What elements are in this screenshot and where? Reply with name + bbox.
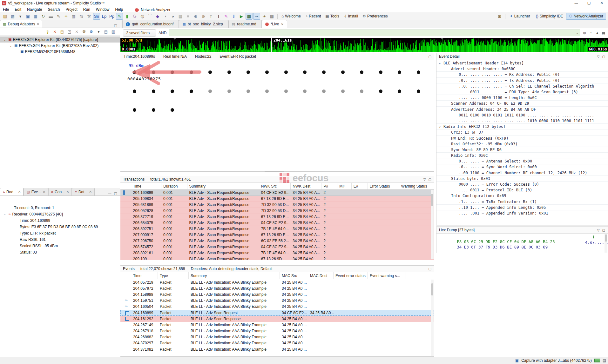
transaction-row[interactable]: 209.109 0.001 BLE Adv - Scan Request/Res… — [120, 256, 434, 260]
event-row[interactable]: 204.161292 Packet BLE LL - Adv Scan Resp… — [120, 316, 434, 322]
install-button[interactable]: ⇓Install — [341, 13, 360, 20]
detail-line[interactable]: .... .001 = Appended Info Version: 0x01 — [436, 210, 608, 216]
pd-mode-icon[interactable]: Pp — [108, 13, 115, 20]
download-icon[interactable]: ⇓ — [230, 13, 237, 20]
perspective-launcher[interactable]: ✈Launcher — [507, 13, 533, 20]
transaction-row[interactable]: 206.052628 0.001 BLE Adv - Scan Request/… — [120, 208, 434, 214]
remove-variable-icon[interactable]: ⊖ — [200, 13, 207, 20]
console-icon[interactable]: ▬ — [47, 13, 54, 20]
event-row[interactable]: 204.160899 Packet BLE LL - Adv Scan Requ… — [120, 310, 434, 316]
indent-icon[interactable]: ≡ — [185, 13, 192, 20]
save-icon[interactable]: ▣ — [24, 13, 31, 20]
screenshot-icon[interactable]: ▩ — [246, 13, 253, 20]
timeline-cursor[interactable] — [271, 38, 272, 52]
adapter-tree-row[interactable]: ▣ EFR32MG24B210F1536IM48 — [0, 49, 120, 55]
adapter-connect-icon[interactable]: § — [44, 29, 51, 35]
filter-menu-icon[interactable]: ▽ — [597, 228, 600, 232]
sn-mode-icon[interactable]: Sn — [93, 13, 100, 20]
chevron-down-icon[interactable]: ⌄ — [3, 38, 7, 41]
detail-line[interactable]: Crc3: E3 6F 37 — [436, 129, 608, 135]
vertical-scrollbar[interactable] — [431, 190, 434, 259]
column-header[interactable]: Duration — [161, 183, 187, 189]
menu-item[interactable]: Help — [112, 6, 126, 12]
event-row[interactable]: 204.267918 Packet BLE LL - Adv Indicatio… — [120, 328, 434, 334]
chevron-down-icon[interactable]: ⌄ — [3, 213, 7, 216]
detail-line[interactable]: ..00 1100 = Channel Number: RF channel 1… — [436, 170, 608, 176]
vertical-scrollbar[interactable] — [605, 234, 607, 253]
reset-zoom-icon[interactable]: ◕ — [594, 30, 600, 36]
network-node[interactable] — [322, 70, 326, 74]
horizontal-splitter[interactable] — [120, 171, 434, 172]
network-node[interactable] — [265, 89, 269, 93]
debug-icon[interactable]: ⚒ — [85, 13, 92, 20]
tab-radio[interactable]: ≈ Rad... ✕ — [0, 188, 24, 195]
network-node[interactable] — [284, 70, 288, 74]
text-small-icon[interactable]: т — [207, 13, 214, 20]
chevron-down-icon[interactable]: ⌄ — [576, 31, 580, 35]
network-analyzer-menu[interactable]: Network Analyzer — [141, 8, 170, 12]
detail-line[interactable]: Radio info: 0x0C — [436, 153, 608, 158]
import-project-icon[interactable]: ▩ — [9, 13, 16, 20]
event-row[interactable]: 204.268682 Packet BLE LL - Adv Indicatio… — [120, 334, 434, 340]
timeline-marker-icon[interactable] — [441, 38, 444, 40]
document-icon[interactable]: ▤ — [177, 13, 184, 20]
close-button[interactable]: ✕ — [595, 0, 608, 6]
network-node[interactable] — [341, 70, 345, 74]
transaction-row[interactable]: 206.372719 0.001 BLE Adv - Scan Request/… — [120, 214, 434, 220]
transaction-row[interactable]: 207.206750 0.001 BLE Adv - Scan Request/… — [120, 238, 434, 244]
minimize-panel-icon[interactable]: — — [108, 191, 111, 195]
adapter-tree-row[interactable]: ⌄ ▦ EFR32xG24 Explorer Kit (BRD2703A Rev… — [0, 43, 120, 49]
adapter-viewlist2-icon[interactable]: ▥ — [110, 29, 116, 35]
detail-line[interactable]: HW End: Rx Success (0xF9) — [436, 135, 608, 141]
close-icon[interactable]: ✕ — [281, 23, 283, 26]
event-row[interactable]: 204.159751 Packet BLE LL - Adv Indicatio… — [120, 298, 434, 304]
menu-item[interactable]: Project — [63, 6, 80, 12]
detail-line[interactable]: .1.. .... = TxRx Indicator: Rx (1) — [436, 199, 608, 205]
column-header[interactable]: Error Status — [368, 183, 399, 189]
receiver-row[interactable]: ⌄ ≈ Receiver: 000440276275 [4C] — [0, 211, 120, 217]
run-icon[interactable]: ▶ — [238, 13, 245, 20]
maximize-view-icon[interactable]: ▢ — [602, 228, 605, 232]
minimize-panel-icon[interactable]: — — [108, 23, 111, 28]
transaction-row[interactable]: 207.000917 0.001 BLE Adv - Scan Request/… — [120, 232, 434, 238]
event-row[interactable]: 204.160504 Packet BLE LL - Adv Indicatio… — [120, 304, 434, 310]
menu-item[interactable]: Edit — [12, 6, 24, 12]
network-node[interactable] — [341, 89, 345, 93]
transaction-row[interactable]: 208.892161 0.001 BLE Adv - Scan Request/… — [120, 250, 434, 256]
filter-query-input[interactable]: ⌄ — [169, 30, 580, 36]
menu-item[interactable]: Window — [93, 6, 112, 12]
tab-events[interactable]: ▤ Eve... ✕ — [24, 188, 48, 195]
detail-line[interactable]: 0000 .... = Error Code: Success (0) — [436, 182, 608, 187]
adapter-settings-icon[interactable]: ⚙ — [88, 29, 94, 35]
column-header[interactable]: Time — [131, 272, 158, 279]
pin-icon[interactable]: ✎ — [55, 13, 62, 20]
recent-button[interactable]: ◔Recent — [303, 13, 323, 20]
column-header[interactable]: P# — [321, 183, 337, 189]
refresh-icon[interactable]: ↻ — [40, 13, 47, 20]
network-node[interactable] — [379, 89, 382, 93]
adapter-tree-row[interactable]: ⌄ ▣ EFR32xG24 Explorer Kit (ID:440276275… — [0, 36, 120, 43]
detail-line[interactable]: Info Configuration: 0x69 — [436, 193, 608, 199]
network-node[interactable] — [360, 70, 363, 74]
network-node[interactable] — [417, 89, 420, 93]
network-node[interactable] — [133, 108, 136, 112]
tools-button[interactable]: ▦Tools — [323, 13, 341, 20]
network-node[interactable] — [398, 70, 401, 74]
open-perspective-icon[interactable]: ⊞ — [496, 13, 503, 20]
close-icon[interactable]: ✕ — [43, 190, 45, 194]
menu-item[interactable]: Navigate — [24, 6, 45, 12]
close-icon[interactable]: ✕ — [89, 190, 92, 194]
tab-debug-adapters[interactable]: ▦ Debug Adapters ✕ — [0, 20, 42, 28]
perspective-network-analyzer[interactable]: ⚇Network Analyzer — [566, 13, 606, 20]
lasso-icon[interactable]: ⌒ — [146, 13, 153, 20]
timeline-spectrum[interactable] — [120, 38, 608, 52]
maximize-view-icon[interactable]: ▢ — [429, 267, 431, 271]
adapter-settings-dropdown-icon[interactable]: ▾ — [96, 29, 102, 35]
event-row[interactable]: 204.267149 Packet BLE LL - Adv Indicatio… — [120, 322, 434, 328]
network-node[interactable] — [303, 89, 307, 93]
maximize-view-icon[interactable]: ▢ — [429, 178, 431, 181]
detail-line[interactable]: .... 0011 .... .... = PDU Type: Adv Scan… — [436, 89, 608, 95]
key-icon[interactable]: ✧ — [63, 13, 70, 20]
event-detail-tree[interactable]: BLE Advertisement Header [14 bytes]Adver… — [436, 60, 608, 222]
detail-line[interactable]: BLE Advertisement Header [14 bytes] — [436, 60, 608, 66]
